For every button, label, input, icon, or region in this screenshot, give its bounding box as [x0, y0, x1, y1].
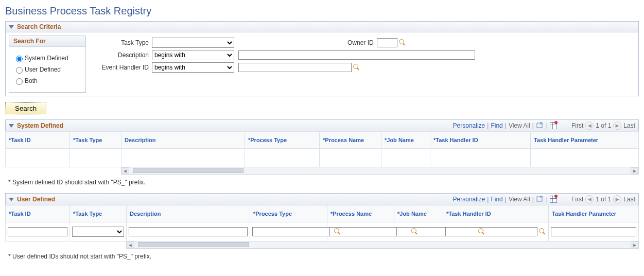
personalize-link[interactable]: Personalize — [453, 122, 485, 129]
owner-id-label: Owner ID — [347, 39, 374, 46]
col-job-name[interactable]: *Job Name — [394, 205, 443, 222]
task-handler-lookup-icon[interactable] — [539, 228, 546, 235]
scroll-thumb[interactable] — [138, 242, 249, 247]
next-icon[interactable]: ► — [613, 122, 621, 130]
process-type-lookup-icon[interactable] — [334, 228, 341, 235]
col-description[interactable]: Description — [121, 132, 245, 149]
collapse-icon — [9, 124, 14, 128]
col-job-name[interactable]: *Job Name — [381, 132, 430, 149]
search-criteria-header[interactable]: Search Criteria — [6, 22, 638, 32]
find-link[interactable]: Find — [491, 196, 502, 203]
pagination-text: 1 of 1 — [596, 196, 611, 203]
first-link[interactable]: First — [571, 196, 583, 203]
col-task-type[interactable]: *Task Type — [70, 132, 121, 149]
event-handler-lookup-icon[interactable] — [353, 64, 360, 71]
event-handler-label: Event Handler ID — [90, 64, 152, 71]
cell-task-id — [6, 149, 70, 167]
cell-task-handler-id — [430, 149, 531, 167]
horizontal-scrollbar[interactable]: ◄ ► — [121, 167, 639, 175]
find-link[interactable]: Find — [491, 122, 502, 129]
owner-id-input[interactable] — [377, 38, 397, 47]
scroll-right-icon[interactable]: ► — [631, 242, 638, 248]
system-defined-header[interactable]: System Defined — [9, 122, 63, 129]
col-task-handler-param[interactable]: Task Handler Parameter — [531, 132, 639, 149]
table-header-row: *Task ID *Task Type Description *Process… — [6, 205, 639, 222]
user-defined-grid-section: User Defined Personalize | Find | View A… — [5, 193, 639, 249]
col-process-name[interactable]: *Process Name — [320, 132, 381, 149]
search-button[interactable]: Search — [5, 102, 46, 114]
horizontal-scrollbar[interactable]: ◄ ► — [126, 242, 639, 249]
search-for-title: Search For — [9, 36, 85, 47]
description-op-select[interactable]: begins with — [152, 50, 234, 60]
first-link[interactable]: First — [571, 122, 583, 129]
event-handler-input[interactable] — [238, 63, 352, 72]
cell-process-name — [320, 149, 381, 167]
table-row — [6, 222, 639, 242]
col-process-type[interactable]: *Process Type — [245, 132, 320, 149]
table-row — [6, 149, 639, 167]
col-process-name[interactable]: *Process Name — [327, 205, 394, 222]
task-id-input[interactable] — [8, 227, 67, 236]
col-task-handler-id[interactable]: *Task Handler ID — [430, 132, 531, 149]
radio-user-defined[interactable] — [16, 67, 23, 74]
radio-system-defined[interactable] — [16, 56, 23, 62]
download-icon[interactable] — [550, 196, 557, 203]
last-link[interactable]: Last — [623, 122, 635, 129]
col-task-id[interactable]: *Task ID — [6, 132, 70, 149]
user-defined-header[interactable]: User Defined — [9, 196, 55, 203]
table-header-row: *Task ID *Task Type Description *Process… — [6, 132, 639, 149]
search-criteria-section: Search Criteria Search For System Define… — [5, 21, 639, 96]
col-task-id[interactable]: *Task ID — [6, 205, 70, 222]
view-all-link[interactable]: View All — [509, 196, 530, 203]
system-defined-footnote: * System defined ID should start with "P… — [8, 179, 639, 186]
scroll-left-icon[interactable]: ◄ — [127, 242, 134, 248]
cell-task-handler-param — [531, 149, 639, 167]
col-process-type[interactable]: *Process Type — [250, 205, 327, 222]
task-handler-param-input[interactable] — [551, 227, 636, 236]
radio-both[interactable] — [16, 78, 23, 85]
user-defined-table: *Task ID *Task Type Description *Process… — [5, 205, 639, 242]
col-description[interactable]: Description — [127, 205, 250, 222]
zoom-icon[interactable] — [536, 122, 544, 130]
owner-id-lookup-icon[interactable] — [399, 39, 406, 46]
pagination-text: 1 of 1 — [596, 122, 611, 129]
prev-icon[interactable]: ◄ — [585, 195, 594, 203]
svg-rect-0 — [537, 123, 542, 128]
page-title: Business Process Task Registry — [5, 5, 639, 17]
description-label: Description — [90, 51, 152, 59]
scroll-right-icon[interactable]: ► — [631, 167, 638, 174]
radio-system-defined-label: System Defined — [25, 55, 68, 62]
event-handler-op-select[interactable]: begins with — [152, 62, 234, 73]
process-name-lookup-icon[interactable] — [411, 228, 419, 235]
svg-rect-2 — [537, 197, 542, 201]
cell-process-type — [245, 149, 320, 167]
col-task-handler-id[interactable]: *Task Handler ID — [443, 205, 549, 222]
task-type-label: Task Type — [90, 39, 152, 46]
radio-both-label: Both — [25, 77, 38, 84]
collapse-icon — [9, 25, 14, 29]
job-name-lookup-icon[interactable] — [478, 228, 485, 235]
task-handler-id-input[interactable] — [445, 227, 537, 236]
grid-actions: Personalize | Find | View All | | First … — [453, 195, 635, 203]
prev-icon[interactable]: ◄ — [585, 122, 594, 130]
description-input[interactable] — [129, 227, 248, 236]
last-link[interactable]: Last — [623, 196, 635, 203]
download-icon[interactable] — [550, 122, 557, 129]
view-all-link[interactable]: View All — [509, 122, 530, 129]
next-icon[interactable]: ► — [613, 195, 621, 203]
task-type-select[interactable] — [72, 227, 124, 237]
search-for-box: Search For System Defined User Defined B… — [9, 36, 86, 93]
scroll-thumb[interactable] — [133, 168, 243, 173]
user-defined-title: User Defined — [17, 196, 55, 203]
description-input[interactable] — [238, 50, 475, 60]
task-type-select[interactable] — [152, 38, 234, 48]
col-task-handler-param[interactable]: Task Handler Parameter — [549, 205, 639, 222]
col-task-type[interactable]: *Task Type — [70, 205, 127, 222]
system-defined-title: System Defined — [17, 122, 63, 129]
scroll-left-icon[interactable]: ◄ — [121, 167, 129, 174]
personalize-link[interactable]: Personalize — [453, 196, 485, 203]
process-type-input[interactable] — [252, 227, 333, 236]
user-defined-footnote: * User defined IDs should not start with… — [8, 253, 639, 260]
search-criteria-title: Search Criteria — [17, 23, 61, 30]
zoom-icon[interactable] — [536, 195, 544, 203]
